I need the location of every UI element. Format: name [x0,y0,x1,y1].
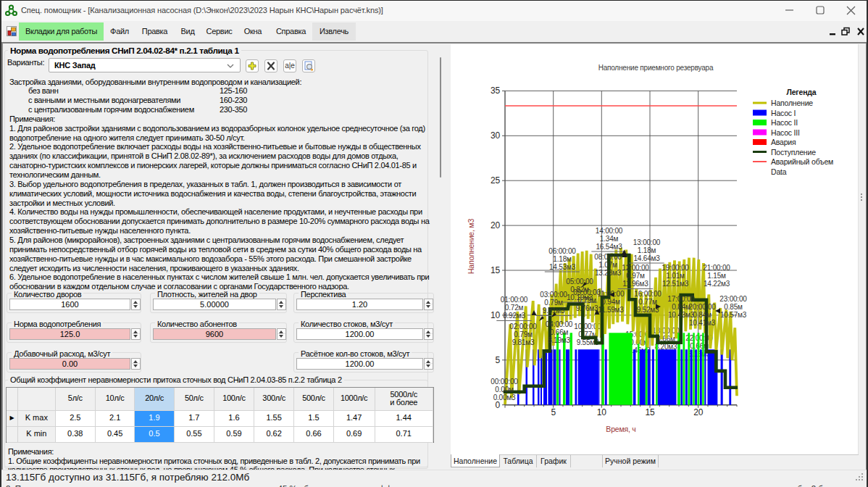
svg-text:0.79м: 0.79м [514,330,533,338]
svg-text:0.72м: 0.72м [505,304,524,312]
svg-text:Насос III: Насос III [771,128,800,137]
svg-text:1.15м: 1.15м [707,272,726,280]
svg-text:0.97м: 0.97м [626,272,645,280]
svg-text:04:00:00: 04:00:00 [546,320,573,328]
svg-text:0.84м: 0.84м [672,303,690,311]
svg-text:25: 25 [491,175,500,186]
svg-text:12:00:00: 12:00:00 [622,264,649,272]
svg-text:10.57м3: 10.57м3 [720,311,747,319]
svg-text:1.18м: 1.18м [638,246,656,254]
svg-text:00:00:00: 00:00:00 [491,378,518,386]
svg-text:10: 10 [597,407,606,417]
svg-text:14:00:00: 14:00:00 [596,227,623,235]
svg-text:13.23м3: 13.23м3 [595,269,622,277]
svg-text:05:00:00: 05:00:00 [566,278,593,286]
svg-text:Время, ч: Время, ч [606,425,635,433]
svg-text:Легенда: Легенда [787,88,817,96]
svg-text:0.84м: 0.84м [693,311,711,319]
svg-text:11.59м3: 11.59м3 [598,306,624,314]
svg-text:14.53м3: 14.53м3 [549,263,576,271]
svg-text:02:00:00: 02:00:00 [509,322,537,330]
svg-text:0.79м: 0.79м [577,296,596,304]
svg-text:10: 10 [491,310,500,320]
svg-text:Аварийный объем: Аварийный объем [771,157,833,166]
svg-text:5: 5 [496,355,501,365]
svg-text:21:00:00: 21:00:00 [703,264,730,272]
svg-text:35: 35 [491,86,500,96]
svg-text:13:00:00: 13:00:00 [633,238,661,246]
svg-text:20:00:00: 20:00:00 [688,303,716,311]
svg-text:Авария: Авария [771,138,796,146]
svg-text:16.54м3: 16.54м3 [596,243,622,251]
svg-text:14.64м3: 14.64м3 [633,254,660,262]
svg-text:17:00:00: 17:00:00 [667,295,695,303]
svg-text:20: 20 [491,220,500,230]
svg-text:0.00м3: 0.00м3 [493,394,516,401]
svg-text:01:00:00: 01:00:00 [501,296,528,304]
svg-text:0.77м: 0.77м [638,298,657,306]
svg-text:16:00:00: 16:00:00 [634,290,662,298]
svg-text:Поступление: Поступление [771,148,816,157]
svg-text:03:00:00: 03:00:00 [540,291,567,299]
svg-text:15: 15 [646,407,655,417]
svg-text:12.51м3: 12.51м3 [662,280,689,288]
svg-text:0.79м: 0.79м [544,299,563,307]
svg-text:8.19м3: 8.19м3 [548,336,570,344]
svg-text:20: 20 [693,407,703,417]
svg-text:30: 30 [491,130,500,141]
svg-text:19:00:00: 19:00:00 [662,264,689,272]
svg-text:Наполнение приемного резервуар: Наполнение приемного резервуара [598,64,714,72]
svg-text:8.92м3: 8.92м3 [503,312,525,320]
svg-text:5: 5 [551,407,556,417]
svg-text:1.01м: 1.01м [666,272,685,280]
svg-text:1.07м: 1.07м [598,261,617,269]
svg-text:9.76м3: 9.76м3 [576,304,598,312]
svg-text:10.41м3: 10.41м3 [689,319,716,327]
svg-text:Насос I: Насос I [771,109,796,117]
svg-text:0.94м: 0.94м [601,298,620,306]
svg-text:09:00:00: 09:00:00 [573,288,601,296]
svg-text:0.00м: 0.00м [495,386,514,394]
svg-text:Наполнение: Наполнение [771,99,813,107]
svg-text:1.34м: 1.34м [600,235,619,243]
svg-text:08:00:00: 08:00:00 [594,253,622,261]
svg-text:15: 15 [491,265,500,275]
svg-text:06:00:00: 06:00:00 [548,247,576,255]
svg-text:10.43м3: 10.43м3 [668,311,695,319]
svg-text:1.18м: 1.18м [553,255,572,263]
svg-text:Data: Data [771,167,787,176]
svg-text:Наполнение, м3: Наполнение, м3 [467,219,475,274]
svg-text:Насос II: Насос II [771,118,798,127]
svg-text:0.66м: 0.66м [550,328,569,336]
svg-text:9.81м3: 9.81м3 [512,338,535,346]
svg-text:11.96м3: 11.96м3 [622,280,648,288]
svg-text:14.22м3: 14.22м3 [704,280,730,288]
svg-text:23:00:00: 23:00:00 [719,295,747,303]
svg-text:0.85м: 0.85м [724,303,743,311]
